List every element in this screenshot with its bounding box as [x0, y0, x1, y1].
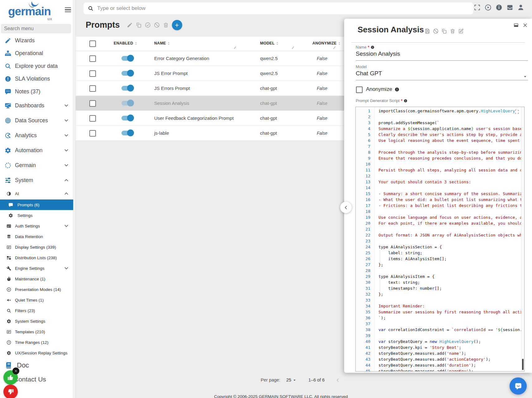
fullscreen-icon[interactable]	[474, 4, 481, 11]
sort-icon[interactable]	[134, 41, 138, 45]
anonymize-checkbox[interactable]	[356, 87, 363, 93]
sidebar-item-data-retention[interactable]: Data Retention	[0, 231, 73, 242]
sidebar-item-time-ranges-12[interactable]: Time Ranges (12)	[0, 337, 73, 348]
info-icon[interactable]	[496, 4, 502, 11]
save-icon[interactable]	[425, 28, 430, 34]
coins-icon	[5, 234, 12, 239]
model-select[interactable]: Chat GPT	[356, 70, 382, 77]
sidebar-item-dashboards[interactable]: Dashboards	[0, 98, 73, 113]
sidebar-item-analytics[interactable]: Analytics	[0, 128, 73, 143]
rename-icon[interactable]	[458, 28, 464, 34]
row-checkbox[interactable]	[89, 70, 96, 77]
sidebar-item-templates-210[interactable]: Templates (210)	[0, 326, 73, 337]
inbox-icon[interactable]	[506, 4, 513, 11]
cell-name[interactable]: JS Error Prompt	[154, 71, 188, 76]
column-header-name[interactable]: NAME	[154, 41, 171, 45]
sidebar-scrollbar[interactable]	[73, 0, 75, 398]
cell-name[interactable]: Session Analysis	[154, 101, 189, 106]
disable-icon[interactable]	[154, 22, 160, 28]
sidebar-item-ux-session-replay-settings[interactable]: UX/Session Replay Settings	[0, 348, 73, 358]
cell-name[interactable]: JS Errors Prompt	[154, 86, 190, 91]
sidebar-item-ai[interactable]: AI	[0, 188, 73, 199]
column-resize-handle[interactable]: ⁄⁄	[334, 46, 335, 49]
enabled-toggle[interactable]	[121, 131, 133, 135]
delete-icon[interactable]	[163, 22, 169, 28]
row-checkbox[interactable]	[89, 130, 96, 137]
editor-scrollbar[interactable]	[521, 107, 524, 371]
enabled-toggle[interactable]	[121, 71, 133, 76]
duplicate-icon[interactable]	[136, 22, 142, 28]
editor-scrollbar-thumb[interactable]	[522, 359, 524, 370]
sort-icon[interactable]	[167, 41, 171, 45]
column-resize-handle[interactable]: ⁄⁄	[235, 46, 235, 49]
sidebar-item-automation[interactable]: Automation	[0, 143, 73, 158]
messenger-button[interactable]	[510, 377, 527, 395]
sidebar-item-filters-23[interactable]: Filters (23)	[0, 305, 73, 316]
editor-fullscreen-icon[interactable]	[515, 110, 519, 114]
sidebar-item-data-sources[interactable]: Data Sources	[0, 113, 73, 128]
sidebar-item-system-settings[interactable]: System Settings	[0, 316, 73, 326]
enabled-toggle[interactable]	[121, 101, 133, 105]
thumbs-down-button[interactable]	[3, 385, 18, 398]
sidebar-item-distribution-lists-238[interactable]: Distribution Lists (238)	[0, 252, 73, 263]
per-page-select[interactable]: 25	[286, 377, 296, 382]
sidebar-item-notes-37[interactable]: Notes (37)	[0, 85, 73, 98]
sort-icon[interactable]	[337, 41, 341, 45]
row-checkbox[interactable]	[89, 85, 96, 92]
sidebar-item-wizards[interactable]: Wizards	[0, 34, 73, 47]
global-search-input[interactable]: Type or select below	[83, 2, 473, 14]
sidebar-item-germain[interactable]: Germain	[0, 158, 73, 173]
select-all-checkbox[interactable]	[89, 40, 96, 47]
page-heading: Prompts	[86, 20, 182, 30]
enable-icon[interactable]	[145, 22, 151, 28]
code-line-3: 3prompt.addSystemMessage(`	[356, 120, 521, 126]
delete-icon[interactable]	[450, 28, 455, 34]
enabled-toggle[interactable]	[121, 116, 133, 120]
user-icon[interactable]	[517, 4, 524, 11]
sidebar-item-operational[interactable]: Operational	[0, 47, 73, 60]
name-field[interactable]: Session Analysis	[356, 50, 400, 57]
cell-name[interactable]: Error Category Generation	[154, 56, 209, 61]
dock-window-icon[interactable]	[514, 23, 519, 28]
sidebar-search-input[interactable]: Search menu	[1, 24, 71, 33]
sidebar-item-label: Filters (23)	[15, 308, 35, 313]
play-icon[interactable]	[485, 4, 492, 11]
sidebar-item-settings[interactable]: Settings	[0, 210, 73, 221]
disable-icon[interactable]	[433, 28, 439, 34]
germain-logo[interactable]: germain ux	[8, 1, 58, 21]
panel-collapse-button[interactable]	[340, 202, 352, 213]
cell-name[interactable]: User Feedback Categorization Prompt	[154, 115, 234, 121]
row-checkbox[interactable]	[89, 100, 96, 107]
cell-model: chat-gpt	[260, 101, 277, 106]
enabled-toggle[interactable]	[121, 86, 133, 91]
add-prompt-button[interactable]	[172, 20, 182, 30]
sort-icon[interactable]	[275, 41, 279, 45]
close-icon[interactable]	[523, 23, 528, 28]
column-header-model[interactable]: MODEL	[260, 41, 279, 45]
column-header-anonymize[interactable]: ANONYMIZE	[312, 41, 341, 45]
column-resize-handle[interactable]: ⁄⁄	[292, 46, 293, 49]
enabled-toggle[interactable]	[121, 56, 133, 61]
sidebar-item-display-settings-339[interactable]: Display Settings (339)	[0, 242, 73, 252]
sidebar-item-sla-violations[interactable]: SLA Violations	[0, 73, 73, 85]
sidebar-item-prompts-6[interactable]: Prompts (6)	[0, 199, 73, 210]
feedback-close-icon[interactable]	[12, 368, 19, 374]
hamburger-menu-icon[interactable]	[65, 7, 71, 12]
cell-name[interactable]: js-lable	[154, 130, 169, 136]
sidebar-item-auth-settings[interactable]: Auth Settings	[0, 221, 73, 231]
sidebar-item-explore-your-data[interactable]: Explore your data	[0, 60, 73, 73]
row-checkbox[interactable]	[89, 115, 96, 122]
sidebar-item-engine-settings[interactable]: Engine Settings	[0, 263, 73, 274]
row-checkbox[interactable]	[89, 55, 96, 62]
code-line-9: 9Ensure that reasoning precedes conclusi…	[356, 155, 521, 161]
edit-icon[interactable]	[127, 22, 133, 28]
model-dropdown-caret-icon[interactable]	[523, 75, 527, 78]
column-header-enabled[interactable]: ENABLED	[114, 41, 138, 45]
sidebar-item-system[interactable]: System	[0, 173, 73, 188]
code-editor[interactable]: 1importClass(com.germainsoftware.apm.que…	[355, 107, 525, 372]
duplicate-icon[interactable]	[441, 28, 447, 34]
sidebar-item-presentation-modes-14[interactable]: Presentation Modes (14)	[0, 284, 73, 295]
sidebar-item-maintenance-1[interactable]: Maintenance (1)	[0, 274, 73, 284]
previous-page-button[interactable]: ‹	[336, 375, 339, 385]
sidebar-item-quiet-times-1[interactable]: Quiet Times (1)	[0, 295, 73, 305]
